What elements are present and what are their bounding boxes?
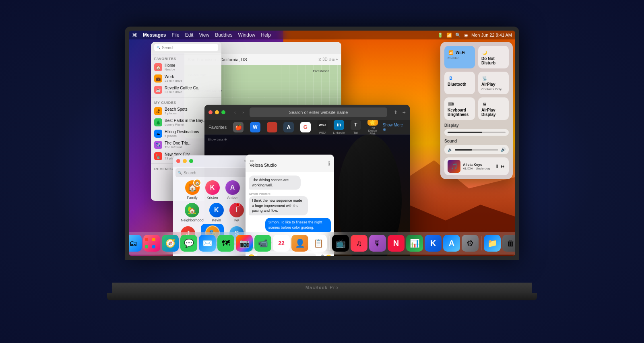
- safari-share[interactable]: ⬆: [394, 110, 398, 115]
- work-name: Work: [165, 74, 182, 79]
- cc-ap-header: 📡: [481, 75, 506, 81]
- display-slider[interactable]: [448, 132, 506, 133]
- dock-mail[interactable]: ✉️: [199, 235, 216, 252]
- safari-nav: ‹ ›: [232, 109, 246, 116]
- contact-neighborhood[interactable]: 🏡 Neighborhood: [181, 203, 204, 222]
- apple-menu[interactable]: ⌘: [132, 32, 137, 38]
- safari-add-tab[interactable]: +: [402, 109, 406, 116]
- dock-maps[interactable]: 🗺: [217, 235, 234, 252]
- fav-appstore[interactable]: W: [248, 120, 262, 134]
- safari-forward[interactable]: ›: [240, 109, 246, 116]
- sidebar-item-coffee[interactable]: ☕ Reveille Coffee Co. 32 min drive: [151, 84, 221, 95]
- favorites-label: Favorites: [208, 125, 227, 130]
- cc-dnd-tile[interactable]: 🌙 Do Not Disturb: [478, 46, 509, 68]
- fav-font[interactable]: A: [282, 120, 295, 134]
- cc-wifi-tile[interactable]: 📶 Wi-Fi Enabled: [444, 46, 475, 68]
- sidebar-search-field[interactable]: 🔍 Search: [154, 44, 218, 51]
- dock-files[interactable]: 📁: [484, 235, 501, 252]
- contact-kristen[interactable]: K Kristen: [205, 180, 220, 200]
- messages-titlebar: ✏: [173, 155, 252, 167]
- fav-red[interactable]: [265, 120, 279, 134]
- cc-display-slider-container: [444, 129, 509, 136]
- menu-view[interactable]: View: [199, 32, 209, 38]
- menu-help[interactable]: Help: [261, 32, 271, 38]
- dock-photos[interactable]: 📷: [236, 235, 253, 252]
- contact-family[interactable]: 🏠 🏠 Family: [185, 180, 200, 200]
- contact-kevin[interactable]: K Kevin: [209, 203, 224, 222]
- dock-contacts[interactable]: 👤: [291, 235, 308, 252]
- siri-icon[interactable]: ◉: [464, 33, 468, 38]
- dock-finder[interactable]: 🗂: [129, 235, 142, 252]
- dnd-title: Do Not Disturb: [481, 56, 506, 65]
- desktop: ⌘ Messages File Edit View Buddies Window…: [129, 31, 515, 256]
- fav-linkedin[interactable]: in LinkedIn: [332, 120, 346, 134]
- moon-icon: 🌙: [481, 49, 488, 56]
- menu-window[interactable]: Window: [238, 32, 256, 38]
- maps-toolbar-actions: ⧖ 3D ⊕ ⊞ +: [318, 57, 338, 62]
- volume-high-icon: 🔊: [501, 147, 506, 152]
- wifi-icon[interactable]: 📶: [446, 33, 452, 38]
- sidebar-item-work[interactable]: 💼 Work 23 min drive: [151, 73, 221, 84]
- dock: 🗂 🧭 💬 ✉️ 🗺 📷 📹 22 👤 📋: [129, 232, 515, 254]
- safari-min[interactable]: [215, 110, 219, 114]
- dock-facetime[interactable]: 📹: [254, 235, 271, 252]
- messages-close[interactable]: [176, 159, 180, 163]
- safari-max[interactable]: [221, 110, 225, 114]
- sidebar-item-home[interactable]: 🏠 Home Nearby: [151, 62, 221, 73]
- fav-wsj[interactable]: WSJ WSJ: [316, 120, 329, 134]
- cc-apdisplay-tile[interactable]: 🖥 AirPlay Display: [478, 97, 509, 120]
- contact-amber[interactable]: A Amber: [225, 180, 240, 200]
- dock-numbers[interactable]: 📊: [406, 235, 423, 252]
- messages-max[interactable]: [189, 159, 193, 163]
- dock-safari[interactable]: 🧭: [162, 235, 179, 252]
- play-pause-btn[interactable]: ⏸: [494, 163, 499, 169]
- family-label: Family: [187, 196, 198, 200]
- dock-reminders[interactable]: 📋: [310, 235, 327, 252]
- dock-keynote[interactable]: K: [425, 235, 442, 252]
- search-icon[interactable]: 🔍: [455, 33, 461, 38]
- fav-apple[interactable]: 🍎: [231, 120, 245, 134]
- safari-url-bar[interactable]: Search or enter website name: [250, 107, 387, 117]
- menu-edit[interactable]: Edit: [185, 32, 194, 38]
- dock-news[interactable]: N: [388, 235, 405, 252]
- emoji-picker-btn[interactable]: 😊: [326, 254, 332, 256]
- dock-tv[interactable]: 📺: [332, 235, 349, 252]
- dock-launchpad[interactable]: [143, 235, 160, 252]
- work-icon: 💼: [154, 74, 162, 83]
- safari-back[interactable]: ‹: [232, 109, 238, 116]
- active-app[interactable]: Messages: [143, 32, 166, 38]
- dock-podcasts[interactable]: 🎙: [369, 235, 386, 252]
- dock-appstore[interactable]: A: [443, 235, 460, 252]
- cc-kb-tile[interactable]: ⌨ Keyboard Brightness: [444, 97, 475, 120]
- cc-bluetooth-tile[interactable]: B Bluetooth: [444, 72, 475, 94]
- audio-btn[interactable]: 🎤: [318, 254, 324, 256]
- show-more-btn[interactable]: Show More ⊕: [383, 123, 406, 132]
- chat-to-label: To: Velosa Studio: [250, 159, 277, 167]
- show-less-btn[interactable]: Show Less ⊖: [208, 138, 227, 141]
- dock-music[interactable]: ♫: [351, 235, 367, 252]
- cc-airplay-tile[interactable]: 📡 AirPlay Contacts Only: [478, 72, 509, 94]
- menu-file[interactable]: File: [171, 32, 179, 38]
- next-btn[interactable]: ⏭: [501, 163, 506, 169]
- dock-calendar[interactable]: 22: [273, 235, 290, 252]
- menu-buddies[interactable]: Buddies: [215, 32, 232, 38]
- macbook-foot: [107, 293, 537, 300]
- dock-messages[interactable]: 💬: [180, 235, 197, 252]
- kb-title: Keyboard Brightness: [448, 108, 472, 117]
- fav-design[interactable]: 🌟 The Design Files: [366, 120, 380, 134]
- contact-ivy[interactable]: I Ivy: [229, 203, 244, 222]
- safari-close[interactable]: [208, 110, 213, 114]
- coffee-name: Reveille Coffee Co.: [165, 86, 199, 90]
- neighborhood-label: Neighborhood: [181, 218, 204, 222]
- chat-info-btn[interactable]: ℹ: [328, 160, 330, 167]
- dock-trash[interactable]: 🗑: [502, 235, 515, 252]
- hiking-icon: ⛰: [154, 130, 162, 138]
- messages-min[interactable]: [183, 159, 187, 163]
- fav-tail[interactable]: T Tail: [349, 120, 363, 134]
- safari-titlebar: ‹ › Search or enter website name ⬆ +: [204, 105, 410, 120]
- messages-search-bar[interactable]: 🔍 Search: [175, 168, 249, 177]
- sound-slider[interactable]: [455, 149, 498, 151]
- contact-row-2: 🏡 Neighborhood K Kevin I Ivy: [173, 201, 252, 224]
- dock-sysprefs[interactable]: ⚙: [462, 235, 479, 252]
- fav-google[interactable]: G: [299, 120, 312, 134]
